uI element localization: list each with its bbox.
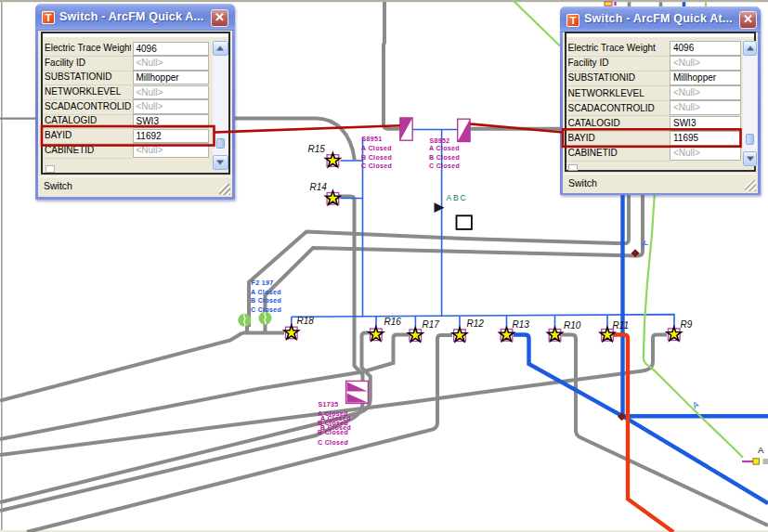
svg-text:B Closed: B Closed [429, 154, 460, 161]
svg-text:S8952: S8952 [430, 137, 450, 144]
svg-text:C Closed: C Closed [429, 162, 460, 169]
svg-text:R12: R12 [467, 318, 485, 329]
svg-text:B Closed: B Closed [320, 424, 351, 431]
svg-text:R16: R16 [384, 317, 402, 327]
svg-text:F2 197: F2 197 [252, 279, 274, 286]
svg-text:R18: R18 [297, 316, 315, 326]
svg-text:R13: R13 [513, 319, 530, 330]
svg-text:A Closed: A Closed [361, 145, 392, 151]
svg-text:R14: R14 [310, 182, 328, 192]
svg-text:C Closed: C Closed [318, 439, 348, 446]
svg-text:S8951: S8951 [362, 136, 383, 142]
svg-text:A: A [758, 445, 764, 455]
svg-text:S1735: S1735 [318, 401, 338, 408]
svg-text:A: A [690, 400, 701, 411]
svg-text:C Closed: C Closed [251, 306, 281, 313]
svg-text:A Closed: A Closed [251, 289, 281, 295]
svg-text:B Closed: B Closed [251, 297, 281, 304]
svg-text:R11: R11 [613, 320, 630, 331]
svg-text:B Closed: B Closed [361, 154, 392, 161]
svg-text:A Closed: A Closed [429, 145, 460, 151]
svg-text:R10: R10 [564, 320, 581, 331]
svg-text:A Closed: A Closed [320, 415, 351, 422]
svg-text:ABC: ABC [447, 193, 468, 202]
svg-text:R15: R15 [308, 144, 326, 154]
svg-text:R9: R9 [681, 319, 693, 330]
svg-text:R17: R17 [423, 319, 440, 330]
svg-text:C Closed: C Closed [361, 162, 392, 169]
